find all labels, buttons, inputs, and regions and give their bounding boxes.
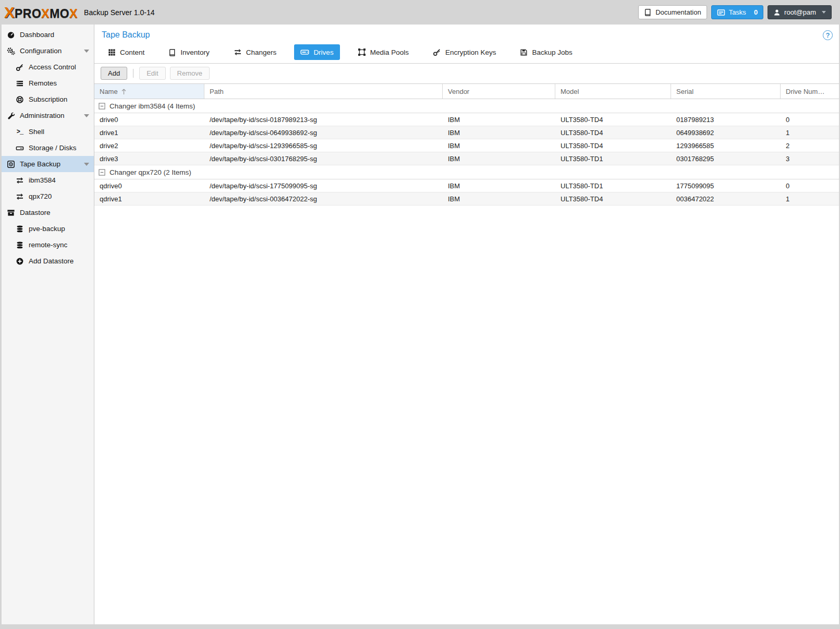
cell-vendor: IBM [443,126,555,139]
table-row[interactable]: qdrive1 /dev/tape/by-id/scsi-0036472022-… [94,192,839,205]
help-icon[interactable]: ? [823,30,833,40]
cell-name: drive3 [94,152,204,165]
collapse-minus-square-icon[interactable] [99,103,105,110]
tasks-count-badge: 0 [754,8,758,16]
cell-model: ULT3580-TD4 [555,139,671,152]
object-group-icon [358,48,366,56]
tab-encryption-keys[interactable]: Encryption Keys [427,44,503,60]
cell-vendor: IBM [443,139,555,152]
user-menu-button[interactable]: root@pam [768,5,832,19]
sidebar-item-shell[interactable]: >_ Shell [2,124,94,140]
sidebar-item-storage-disks[interactable]: Storage / Disks [2,140,94,156]
add-button[interactable]: Add [101,67,127,80]
dashboard-icon [7,31,15,39]
cell-path: /dev/tape/by-id/scsi-0187989213-sg [204,113,443,126]
collapse-minus-square-icon[interactable] [99,169,105,176]
sidebar-item-qpx720[interactable]: qpx720 [2,188,94,204]
remove-button[interactable]: Remove [170,67,210,80]
tab-drives[interactable]: Drives [294,44,339,60]
cell-path: /dev/tape/by-id/scsi-1775099095-sg [204,179,443,192]
sidebar-item-administration[interactable]: Administration [2,107,94,124]
edit-button[interactable]: Edit [139,67,165,80]
save-icon [520,49,528,56]
sidebar-item-remotes[interactable]: Remotes [2,75,94,91]
tasks-button[interactable]: Tasks 0 [711,5,763,19]
grid-icon [108,49,116,56]
cell-model: ULT3580-TD4 [555,113,671,126]
table-row[interactable]: drive0 /dev/tape/by-id/scsi-0187989213-s… [94,113,839,126]
cell-name: drive0 [94,113,204,126]
user-label: root@pam [784,8,816,16]
cell-serial: 0036472022 [671,192,781,205]
sidebar-item-add-datastore[interactable]: Add Datastore [2,253,94,269]
key-icon [16,63,24,71]
book-icon [644,8,652,16]
column-header-path[interactable]: Path [204,84,443,99]
cell-name: qdrive0 [94,179,204,192]
cell-vendor: IBM [443,179,555,192]
cell-drive-number: 1 [781,126,839,139]
cell-drive-number: 2 [781,139,839,152]
cell-model: ULT3580-TD4 [555,126,671,139]
column-header-vendor[interactable]: Vendor [443,84,555,99]
collapse-caret-icon[interactable] [84,50,89,53]
sidebar-item-access-control[interactable]: Access Control [2,59,94,75]
cell-drive-number: 0 [781,113,839,126]
cell-path: /dev/tape/by-id/scsi-0649938692-sg [204,126,443,139]
cell-name: qdrive1 [94,192,204,205]
column-header-drive-number[interactable]: Drive Num… [781,84,839,99]
proxmox-logo: X PROXMOX [4,5,78,20]
sort-ascending-icon [121,88,127,95]
plus-circle-icon [16,257,24,265]
cell-name: drive2 [94,139,204,152]
group-row-qpx720[interactable]: Changer qpx720 (2 Items) [94,165,839,179]
sidebar: Dashboard Configuration Access Control R… [2,25,94,624]
sidebar-item-dashboard[interactable]: Dashboard [2,27,94,43]
tab-content[interactable]: Content [102,44,151,60]
main-panel: Tape Backup ? Content Inventory Chang [94,25,839,624]
table-row[interactable]: drive3 /dev/tape/by-id/scsi-0301768295-s… [94,152,839,165]
cell-serial: 0301768295 [671,152,781,165]
column-header-model[interactable]: Model [555,84,671,99]
group-row-ibm3584[interactable]: Changer ibm3584 (4 Items) [94,99,839,113]
tab-inventory[interactable]: Inventory [162,44,216,60]
collapse-caret-icon[interactable] [84,163,89,166]
cell-serial: 0187989213 [671,113,781,126]
tab-media-pools[interactable]: Media Pools [351,44,415,60]
archive-box-icon [7,209,15,217]
sidebar-item-tape-backup[interactable]: Tape Backup [2,156,94,172]
cell-serial: 1293966585 [671,139,781,152]
sidebar-item-subscription[interactable]: Subscription [2,91,94,107]
table-row[interactable]: qdrive0 /dev/tape/by-id/scsi-1775099095-… [94,179,839,192]
cell-path: /dev/tape/by-id/scsi-1293966585-sg [204,139,443,152]
table-row[interactable]: drive1 /dev/tape/by-id/scsi-0649938692-s… [94,126,839,139]
life-ring-icon [16,95,24,104]
documentation-button[interactable]: Documentation [638,5,707,19]
collapse-caret-icon[interactable] [84,114,89,117]
sidebar-item-ibm3584[interactable]: ibm3584 [2,172,94,188]
app-title: Backup Server 1.0-14 [84,8,154,17]
list-bars-icon [16,79,24,88]
exchange-arrows-icon [16,176,24,185]
exchange-arrows-icon [234,48,242,56]
cell-path: /dev/tape/by-id/scsi-0036472022-sg [204,192,443,205]
tab-backup-jobs[interactable]: Backup Jobs [514,44,578,60]
cell-path: /dev/tape/by-id/scsi-0301768295-sg [204,152,443,165]
sidebar-item-pve-backup[interactable]: pve-backup [2,221,94,237]
book-icon [168,49,176,56]
documentation-label: Documentation [655,8,701,16]
key-icon [433,48,441,56]
column-header-serial[interactable]: Serial [671,84,781,99]
cell-model: ULT3580-TD4 [555,192,671,205]
column-header-name[interactable]: Name [94,84,204,99]
gears-icon [7,47,15,55]
tab-changers[interactable]: Changers [227,44,283,60]
sidebar-item-remote-sync[interactable]: remote-sync [2,237,94,253]
sidebar-item-datastore[interactable]: Datastore [2,204,94,221]
sidebar-item-configuration[interactable]: Configuration [2,43,94,59]
chevron-down-icon [822,11,826,14]
table-row[interactable]: drive2 /dev/tape/by-id/scsi-1293966585-s… [94,139,839,152]
toolbar: Add Edit Remove [94,64,839,83]
cell-serial: 0649938692 [671,126,781,139]
toolbar-separator [133,69,133,78]
